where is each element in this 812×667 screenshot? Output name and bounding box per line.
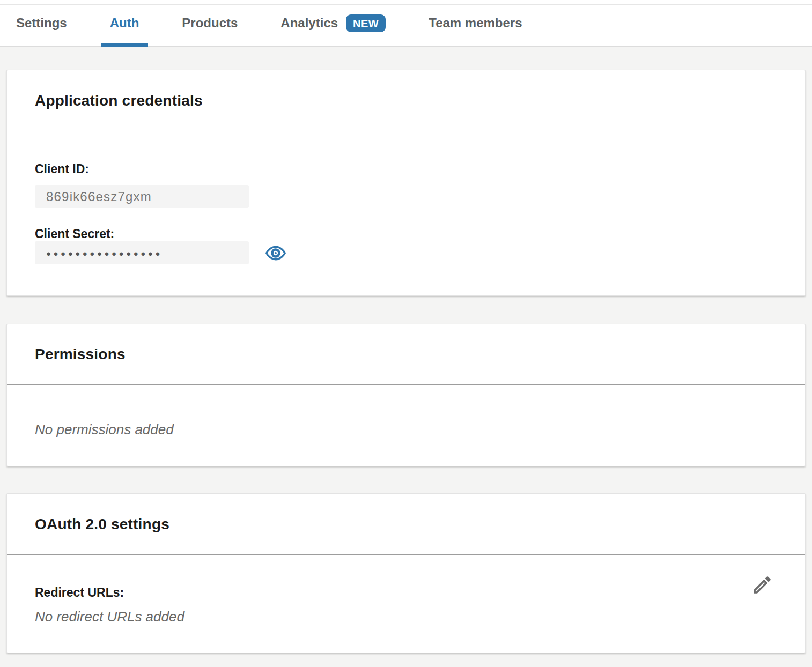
application-credentials-header: Application credentials: [7, 70, 805, 131]
permissions-empty-text: No permissions added: [35, 421, 777, 438]
tab-auth[interactable]: Auth: [101, 0, 149, 46]
oauth-settings-header: OAuth 2.0 settings: [7, 494, 805, 555]
reveal-secret-button[interactable]: [265, 244, 286, 262]
tab-team-members-label: Team members: [429, 16, 522, 31]
application-credentials-title: Application credentials: [35, 92, 203, 109]
tab-analytics-label: Analytics: [280, 16, 338, 31]
client-secret-masked-value: ●●●●●●●●●●●●●●●●: [46, 248, 163, 257]
application-credentials-card: Application credentials Client ID: 869ik…: [6, 70, 806, 296]
client-id-value: 869ik66esz7gxm: [46, 189, 152, 204]
client-id-label: Client ID:: [35, 161, 777, 176]
tab-products[interactable]: Products: [173, 0, 247, 46]
edit-redirect-urls-button[interactable]: [750, 573, 774, 597]
tab-analytics[interactable]: Analytics NEW: [271, 0, 395, 46]
client-id-field[interactable]: 869ik66esz7gxm: [35, 185, 249, 208]
tab-settings-label: Settings: [16, 16, 67, 31]
redirect-urls-label: Redirect URLs:: [35, 585, 777, 600]
oauth-settings-card: OAuth 2.0 settings Redirect URLs: No red…: [6, 493, 806, 653]
eye-icon: [265, 245, 286, 261]
client-secret-label: Client Secret:: [35, 226, 777, 241]
app-tab-bar: Settings Auth Products Analytics NEW Tea…: [0, 0, 812, 47]
client-secret-field[interactable]: ●●●●●●●●●●●●●●●●: [35, 241, 249, 264]
tab-team-members[interactable]: Team members: [419, 0, 531, 46]
permissions-card: Permissions No permissions added: [6, 324, 806, 466]
pencil-edit-icon: [751, 574, 773, 596]
new-badge: NEW: [346, 14, 386, 32]
tab-auth-label: Auth: [110, 16, 139, 31]
tab-settings[interactable]: Settings: [7, 0, 76, 46]
oauth-settings-body: Redirect URLs: No redirect URLs added: [7, 555, 805, 653]
permissions-header: Permissions: [7, 324, 805, 385]
application-credentials-body: Client ID: 869ik66esz7gxm Client Secret:…: [7, 131, 805, 295]
client-secret-row: ●●●●●●●●●●●●●●●●: [35, 241, 777, 264]
oauth-settings-title: OAuth 2.0 settings: [35, 516, 169, 533]
permissions-body: No permissions added: [7, 385, 805, 466]
permissions-title: Permissions: [35, 346, 126, 363]
redirect-urls-empty-text: No redirect URLs added: [35, 609, 777, 625]
tab-products-label: Products: [182, 16, 238, 31]
